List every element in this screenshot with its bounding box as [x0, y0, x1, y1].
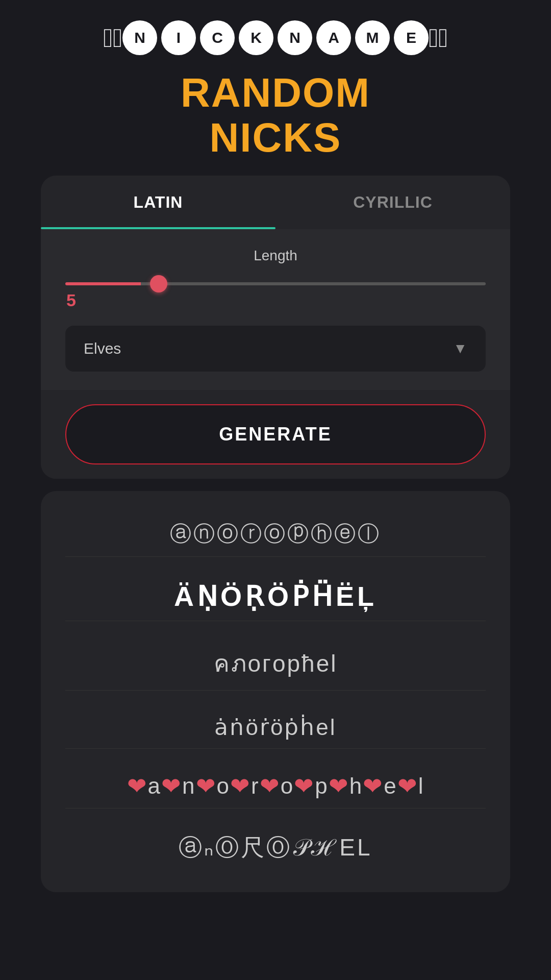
- dropdown-value: Elves: [84, 340, 121, 357]
- main-card: LATIN CYRILLIC Length 5 Elves ▼ GENERATE: [41, 176, 510, 479]
- results-card: ⓐⓝⓞⓡⓞⓟⓗⓔⓛ ÄṆÖṚÖṖḦËĻ คภoгopħel ȧṅöṙöṗḣel …: [41, 491, 510, 892]
- result-circled-text: ⓐⓝⓞⓡⓞⓟⓗⓔⓛ: [65, 520, 486, 548]
- heart-icon-1: ❤: [127, 772, 148, 800]
- slider-value: 5: [66, 290, 486, 310]
- length-slider[interactable]: [65, 282, 486, 285]
- tab-latin[interactable]: LATIN: [41, 176, 276, 229]
- result-decorative-text: ȧṅöṙöṗḣel: [65, 714, 486, 740]
- result-diacritic[interactable]: ÄṆÖṚÖṖḦËĻ: [65, 572, 486, 621]
- heart-icon-9: ❤: [397, 772, 418, 800]
- tab-cyrillic[interactable]: CYRILLIC: [276, 176, 510, 229]
- generate-section: GENERATE: [41, 390, 510, 479]
- result-hearts[interactable]: ❤a ❤n ❤o ❤r ❤o ❤p ❤h ❤e ❤l: [65, 764, 486, 808]
- ornament-right: 🜛𓂀: [429, 24, 448, 51]
- heart-icon-6: ❤: [294, 772, 315, 800]
- heart-icon-2: ❤: [161, 772, 182, 800]
- heart-icon-3: ❤: [196, 772, 217, 800]
- letter-c: C: [200, 20, 235, 55]
- tabs-container: LATIN CYRILLIC: [41, 176, 510, 229]
- heart-icon-5: ❤: [260, 772, 281, 800]
- letter-i: I: [161, 20, 196, 55]
- app-container: 𓂀🜛 N I C K N A M E 🜛𓂀 RANDOM NICKS LATIN…: [0, 0, 551, 980]
- result-circled[interactable]: ⓐⓝⓞⓡⓞⓟⓗⓔⓛ: [65, 511, 486, 557]
- nickname-letters: N I C K N A M E: [122, 20, 429, 55]
- header: 𓂀🜛 N I C K N A M E 🜛𓂀: [0, 0, 551, 60]
- letter-n2: N: [278, 20, 312, 55]
- heart-icon-8: ❤: [363, 772, 384, 800]
- result-hearts-text: ❤a ❤n ❤o ❤r ❤o ❤p ❤h ❤e ❤l: [65, 772, 486, 800]
- generate-button[interactable]: GENERATE: [65, 404, 486, 464]
- dropdown-arrow-icon: ▼: [453, 340, 467, 357]
- app-title: RANDOM NICKS: [181, 70, 370, 160]
- result-mixed-text: ⓐₙⓄ尺Ⓞ𝒫ℋEL: [65, 832, 486, 864]
- letter-a: A: [316, 20, 351, 55]
- result-mixed[interactable]: ⓐₙⓄ尺Ⓞ𝒫ℋEL: [65, 824, 486, 872]
- slider-wrapper: 5: [65, 278, 486, 310]
- letter-m: M: [355, 20, 390, 55]
- controls-section: Length 5 Elves ▼: [41, 229, 510, 390]
- result-decorative[interactable]: ȧṅöṙöṗḣel: [65, 706, 486, 749]
- result-special-text: คภoгopħel: [65, 645, 486, 682]
- result-diacritic-text: ÄṆÖṚÖṖḦËĻ: [65, 580, 486, 612]
- heart-icon-4: ❤: [230, 772, 251, 800]
- letter-k: K: [239, 20, 273, 55]
- heart-icon-7: ❤: [329, 772, 349, 800]
- ornament-left: 𓂀🜛: [103, 24, 122, 51]
- letter-e: E: [394, 20, 429, 55]
- theme-dropdown[interactable]: Elves ▼: [65, 326, 486, 372]
- letter-n1: N: [122, 20, 157, 55]
- result-special[interactable]: คภoгopħel: [65, 636, 486, 691]
- length-label: Length: [65, 248, 486, 264]
